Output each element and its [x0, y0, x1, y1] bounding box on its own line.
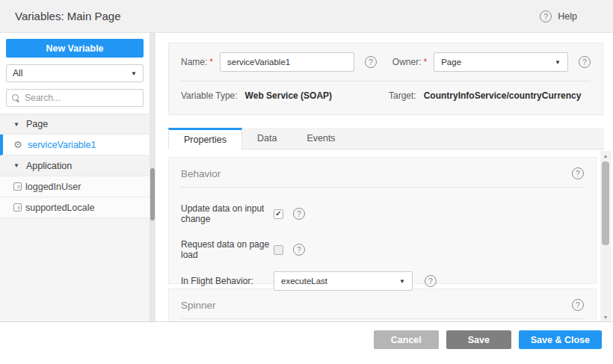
properties-scrollbar[interactable]: ▲ ▼ — [600, 151, 611, 321]
chevron-down-icon: ▼ — [555, 59, 561, 66]
save-and-close-button[interactable]: Save & Close — [519, 330, 602, 349]
in-flight-value: executeLast — [281, 277, 327, 286]
scroll-up-icon[interactable]: ▲ — [600, 151, 611, 160]
tree-group-label: Page — [26, 119, 48, 129]
scroll-down-icon[interactable]: ▼ — [600, 312, 611, 321]
tab-data[interactable]: Data — [242, 128, 292, 149]
tab-events[interactable]: Events — [292, 128, 350, 149]
caret-down-icon: ▼ — [13, 162, 22, 169]
properties-scrollbar-thumb[interactable] — [602, 161, 609, 245]
name-field[interactable] — [220, 52, 354, 72]
tree-item-servicevariable1[interactable]: ⚙ serviceVariable1 — [0, 135, 150, 155]
owner-select[interactable]: Page ▼ — [434, 52, 568, 72]
dialog-header: Variables: Main Page ? Help — [0, 0, 613, 33]
divider — [181, 81, 591, 81]
request-data-help-icon[interactable]: ? — [293, 244, 305, 256]
help-button[interactable]: ? Help — [540, 10, 577, 22]
in-flight-select[interactable]: executeLast ▼ — [274, 271, 413, 291]
page-title: Variables: Main Page — [15, 10, 120, 22]
sidebar-controls: New Variable All ▼ — [0, 33, 150, 114]
variable-tree: ▼ Page ⚙ serviceVariable1 ▼ Application … — [0, 114, 150, 218]
help-label: Help — [558, 11, 577, 22]
tree-group-label: Application — [26, 161, 72, 171]
search-icon — [12, 94, 20, 102]
in-flight-help-icon[interactable]: ? — [425, 275, 437, 287]
dialog-footer: Cancel Save Save & Close — [0, 321, 613, 364]
caret-down-icon: ▼ — [13, 121, 22, 128]
detail-tabbar: Properties Data Events — [168, 128, 604, 149]
tree-item-label: serviceVariable1 — [28, 140, 96, 150]
required-asterisk: * — [209, 57, 213, 67]
tree-group-page[interactable]: ▼ Page — [0, 114, 150, 135]
sidebar-scrollbar-thumb[interactable] — [150, 168, 155, 220]
variable-summary-panel: Name: * ? Owner: * Page ▼ ? Variable Typ… — [168, 43, 603, 115]
variables-sidebar: New Variable All ▼ ▼ Page ⚙ serviceVaria… — [0, 33, 150, 321]
owner-label: Owner: — [392, 57, 422, 67]
tab-properties[interactable]: Properties — [168, 128, 242, 149]
divider — [181, 187, 584, 188]
owner-help-icon[interactable]: ? — [579, 56, 591, 68]
variable-filter-value: All — [13, 68, 22, 78]
tree-item-label: supportedLocale — [25, 203, 94, 213]
service-variable-icon: ⚙ — [13, 140, 24, 149]
variable-type-label: Variable Type: — [181, 90, 238, 101]
search-input[interactable] — [25, 93, 137, 103]
behavior-section-title: Behavior — [181, 168, 221, 179]
new-variable-button[interactable]: New Variable — [6, 39, 144, 58]
behavior-help-icon[interactable]: ? — [572, 167, 584, 179]
target-value: CountryInfoService/countryCurrency — [424, 90, 582, 101]
help-icon: ? — [540, 10, 552, 22]
cancel-button[interactable]: Cancel — [374, 330, 439, 349]
properties-scroll-area: Behavior ? Update data on input change ✓… — [155, 149, 613, 321]
owner-value: Page — [441, 58, 461, 67]
update-data-row: Update data on input change ✓ ? — [181, 203, 584, 224]
divider — [181, 318, 584, 319]
spinner-section: Spinner ? — [168, 289, 597, 321]
variables-dialog: Variables: Main Page ? Help New Variable… — [0, 0, 613, 364]
spinner-section-title: Spinner — [181, 300, 216, 311]
update-data-help-icon[interactable]: ? — [293, 208, 305, 220]
tree-group-application[interactable]: ▼ Application — [0, 155, 150, 176]
required-asterisk: * — [424, 57, 428, 67]
target-label: Target: — [389, 90, 416, 101]
tree-item-label: loggedInUser — [25, 182, 81, 192]
chevron-down-icon: ▼ — [399, 278, 405, 285]
request-data-label: Request data on page load — [181, 239, 274, 260]
behavior-section: Behavior ? Update data on input change ✓… — [168, 157, 597, 284]
variable-filter-select[interactable]: All ▼ — [6, 64, 144, 82]
spinner-help-icon[interactable]: ? — [572, 299, 584, 311]
tree-item-loggedinuser[interactable]: x loggedInUser — [0, 176, 150, 197]
static-variable-icon: x — [13, 182, 22, 191]
name-help-icon[interactable]: ? — [365, 56, 377, 68]
check-icon: ✓ — [275, 210, 281, 218]
update-data-label: Update data on input change — [181, 203, 274, 224]
tree-item-supportedlocale[interactable]: x supportedLocale — [0, 197, 150, 218]
variable-search[interactable] — [6, 89, 144, 107]
chevron-down-icon: ▼ — [131, 70, 137, 77]
save-button[interactable]: Save — [446, 330, 511, 349]
in-flight-label: In Flight Behavior: — [181, 276, 274, 286]
sidebar-scrollbar[interactable] — [150, 33, 155, 321]
variable-type-value: Web Service (SOAP) — [245, 90, 332, 101]
request-data-row: Request data on page load ✓ ? — [181, 239, 584, 260]
request-data-checkbox[interactable]: ✓ — [274, 245, 283, 255]
variable-detail-pane: Name: * ? Owner: * Page ▼ ? Variable Typ… — [155, 33, 613, 321]
static-variable-icon: x — [13, 203, 22, 212]
name-label: Name: — [181, 57, 207, 67]
update-data-checkbox[interactable]: ✓ — [274, 209, 283, 219]
